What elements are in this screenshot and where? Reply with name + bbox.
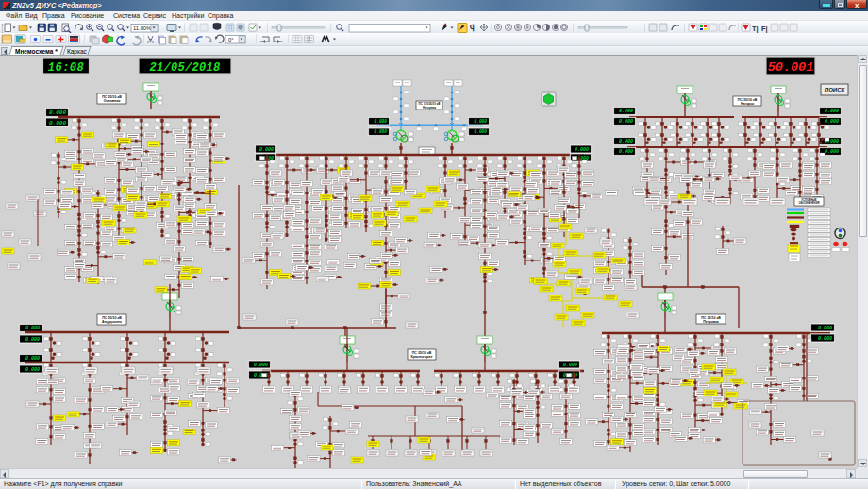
svg-text:50.001: 50.001: [768, 60, 814, 75]
svg-text:0°: 0°: [228, 37, 234, 42]
svg-text:F|: F|: [761, 25, 768, 33]
svg-text:16:08: 16:08: [48, 61, 85, 75]
svg-text:T|: T|: [752, 25, 759, 33]
svg-text:0.000: 0.000: [818, 336, 832, 342]
svg-text:21/05/2018: 21/05/2018: [149, 61, 220, 75]
svg-text:0.000: 0.000: [25, 337, 40, 343]
svg-text:ПС 35/10 кВ: ПС 35/10 кВ: [102, 95, 122, 99]
svg-text:ПОИСК: ПОИСК: [825, 87, 846, 93]
svg-text:ПС 35/10 кВ: ПС 35/10 кВ: [412, 351, 432, 355]
svg-text:0.000: 0.000: [825, 119, 839, 125]
svg-text:Нагорск: Нагорск: [741, 102, 754, 106]
svg-text:0.000: 0.000: [818, 326, 832, 331]
svg-text:0.000: 0.000: [25, 356, 40, 362]
svg-text:0.000: 0.000: [259, 147, 274, 153]
svg-text:Андрушино: Андрушино: [102, 320, 123, 324]
svg-text:0.000: 0.000: [563, 363, 577, 368]
svg-text:0.000: 0.000: [474, 129, 487, 134]
svg-text:Нагорная: Нагорная: [423, 106, 436, 110]
svg-text:0.000: 0.000: [825, 109, 839, 114]
svg-text:ПС 35/10 кВ: ПС 35/10 кВ: [701, 316, 721, 320]
svg-text:0.000: 0.000: [25, 326, 40, 331]
svg-text:ꟼ: ꟼ: [470, 24, 475, 33]
svg-text:Петровка: Петровка: [703, 320, 720, 324]
svg-text:0.000: 0.000: [575, 147, 589, 153]
svg-text:0.000: 0.000: [619, 149, 633, 155]
svg-text:ПС 35/10 кВ: ПС 35/10 кВ: [102, 316, 122, 320]
svg-text:0.000: 0.000: [825, 149, 839, 155]
svg-text:0.000: 0.000: [474, 119, 487, 124]
svg-text:Красногорье: Красногорье: [411, 355, 433, 359]
svg-text:0.000: 0.000: [619, 139, 633, 144]
svg-text:0.000: 0.000: [49, 110, 66, 116]
svg-text:0.000: 0.000: [374, 129, 387, 134]
svg-text:ОБОЗНАЧЕНИЯ: ОБОЗНАЧЕНИЯ: [799, 201, 820, 205]
svg-text:0.000: 0.000: [374, 119, 387, 124]
svg-text:0.000: 0.000: [619, 119, 633, 125]
svg-text:0.000: 0.000: [254, 363, 268, 368]
svg-text:11.80%: 11.80%: [133, 25, 151, 31]
svg-text:0.000: 0.000: [49, 120, 66, 126]
svg-text:0.000: 0.000: [25, 367, 40, 373]
svg-text:Основная: Основная: [104, 99, 121, 103]
svg-text:0.000: 0.000: [619, 109, 633, 114]
svg-text:ПС 35/10 кВ: ПС 35/10 кВ: [738, 98, 758, 102]
